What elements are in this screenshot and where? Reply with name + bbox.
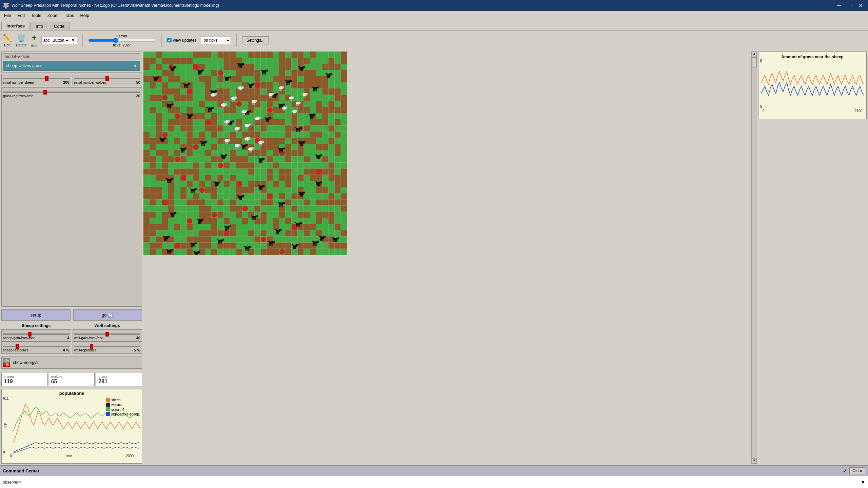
initial-sheep-slider[interactable] (3, 78, 70, 79)
speed-slider[interactable] (88, 38, 156, 43)
delete-tool[interactable]: 🗑️ Delete (16, 34, 27, 47)
sheep-monitor-value: 119 (4, 379, 45, 385)
tab-bar: Interface Info Code (0, 20, 868, 30)
add-label: Add (31, 44, 38, 48)
model-version-value: sheep-wolves-grass (6, 63, 42, 68)
initial-wolves-slider-box: initial-number-wolves 50 (73, 74, 142, 86)
left-panel: model-version sheep-wolves-grass ▼ initi… (1, 52, 142, 464)
legend-wolves: wolves (106, 403, 139, 407)
wolf-reproduce-value: 5 % (134, 348, 140, 352)
grass-legend-label: grass / 4 (111, 408, 124, 411)
initial-sheep-label: initial-number-sheep (3, 81, 34, 84)
grass-chart-title: Amount of grass near the sheep (761, 55, 864, 59)
scroll-up-button[interactable]: ▲ (752, 52, 757, 57)
wolf-reproduce-slider[interactable] (74, 346, 141, 347)
grass-legend-color (106, 407, 110, 411)
grass-monitor-label: grass (98, 374, 140, 379)
wolves-monitor: wolves 65 (49, 373, 95, 386)
initial-sliders-row: initial-number-sheep 200 initial-number-… (1, 74, 142, 86)
chart-x-labels: 0 time 2390 (3, 454, 140, 458)
tab-code[interactable]: Code (49, 22, 70, 30)
chart-y-min: 0 (3, 450, 12, 454)
observer-label: observer> (3, 480, 21, 485)
speed-label: slower (117, 34, 127, 38)
sheep-legend-color (106, 398, 110, 402)
toggle-switch[interactable]: On Off (3, 358, 10, 367)
chart-x-max: 2390 (126, 454, 134, 458)
wolves-legend-color (106, 403, 110, 407)
dropdown-arrow-icon: ▼ (133, 63, 137, 68)
edit-tool[interactable]: ✏️ Edit (3, 34, 12, 47)
chart-y-max: 611 (3, 396, 12, 400)
wolf-reproduce-label: wolf-reproduce (74, 348, 97, 352)
legend-grass: grass / 4 (106, 407, 139, 411)
menu-edit[interactable]: Edit (15, 12, 27, 19)
pop-chart-title: populations (3, 391, 140, 396)
widget-selector[interactable]: abc Button ▼ (41, 37, 77, 44)
setup-button[interactable]: setup (1, 309, 71, 321)
toolbar: ✏️ Edit 🗑️ Delete + Add abc Button ▼ slo… (0, 30, 868, 50)
command-center: Command Center ⤢ Clear (0, 465, 868, 476)
chart-y-label: pop. (3, 422, 12, 428)
initial-wolves-value: 50 (136, 80, 140, 84)
menu-help[interactable]: Help (77, 12, 92, 19)
title-bar: 🐺 Wolf Sheep Predation with Temporal Nic… (0, 0, 868, 11)
view-updates-checkbox[interactable] (167, 38, 172, 42)
view-updates-label: view updates (173, 38, 197, 43)
legend-night-sheep: night-active-sheep (106, 412, 139, 416)
chart-area: 611 pop. 0 (3, 396, 140, 454)
sheep-gain-slider[interactable] (3, 333, 70, 335)
maximize-button[interactable]: □ (845, 1, 854, 10)
menu-file[interactable]: File (1, 12, 14, 19)
tab-info[interactable]: Info (31, 22, 48, 30)
scroll-down-button[interactable]: ▼ (752, 458, 757, 464)
wolf-gain-slider[interactable] (74, 333, 141, 335)
initial-wolves-slider[interactable] (74, 78, 141, 79)
initial-wolves-label: initial-number-wolves (74, 81, 106, 84)
add-tool[interactable]: + Add (31, 33, 38, 48)
wolves-monitor-value: 65 (51, 379, 93, 385)
grass-regrowth-slider[interactable] (3, 92, 140, 93)
grass-chart-y-min: 0 (760, 105, 762, 109)
grass-monitor: grass 281 (96, 373, 142, 386)
scroll-track (752, 57, 757, 458)
menu-tools[interactable]: Tools (28, 12, 44, 19)
wolf-gain-value: 40 (136, 336, 140, 340)
wolf-settings-header: Wolf settings (73, 323, 142, 328)
go-loop-icon: 🔄 (108, 312, 113, 318)
sheep-settings-col: Sheep settings sheep-gain-from-food 4 sh… (1, 323, 71, 354)
delete-label: Delete (16, 43, 27, 47)
legend-sheep: sheep (106, 398, 139, 402)
model-version-label: model-version (3, 53, 140, 60)
show-energy-label: show-energy? (13, 360, 38, 365)
command-expand-icon: ▼ (861, 480, 865, 485)
chart-x-min: 0 (10, 454, 12, 458)
ticks-display: ticks: 2027 (113, 43, 131, 47)
close-button[interactable]: ✕ (856, 1, 865, 10)
widget-dropdown[interactable]: Button (51, 38, 70, 43)
settings-button[interactable]: Settings... (242, 36, 269, 44)
wolf-reproduce-slider-box: wolf-reproduce 5 % (73, 342, 142, 354)
setup-go-row: setup go 🔄 (1, 309, 142, 321)
clear-button[interactable]: Clear (849, 467, 865, 474)
tab-interface[interactable]: Interface (1, 22, 30, 30)
command-input[interactable] (22, 480, 859, 485)
scroll-thumb[interactable] (752, 57, 757, 67)
world-canvas (143, 52, 347, 255)
minimize-button[interactable]: ─ (834, 1, 844, 10)
separator-1 (82, 34, 83, 47)
model-version-dropdown[interactable]: sheep-wolves-grass ▼ (3, 61, 140, 71)
night-sheep-legend-color (106, 412, 110, 416)
menu-zoom[interactable]: Zoom (45, 12, 61, 19)
separator-2 (161, 34, 162, 47)
sheep-reproduce-slider[interactable] (3, 346, 70, 347)
widget-icon: abc (43, 38, 50, 43)
menu-tabs[interactable]: Tabs (62, 12, 77, 19)
sheep-monitor-label: sheep (4, 374, 45, 379)
show-energy-control: On Off show-energy? (1, 357, 142, 369)
on-ticks-select[interactable]: on ticks continuous (201, 37, 231, 44)
go-button[interactable]: go 🔄 (73, 309, 142, 321)
grass-monitor-value: 281 (98, 379, 140, 385)
toggle-off-label: Off (3, 363, 10, 367)
sheep-settings-header: Sheep settings (1, 323, 71, 328)
